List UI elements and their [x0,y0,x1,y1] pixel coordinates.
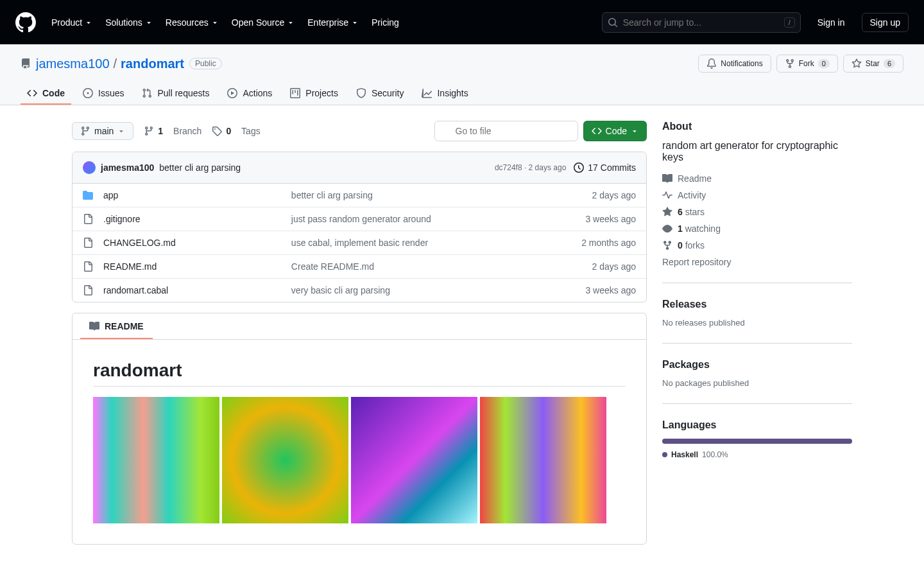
language-dot [662,452,667,457]
sidebar-watchers-link[interactable]: 1 watching [662,223,852,234]
branch-icon [80,126,90,136]
file-commit-message[interactable]: very basic cli arg parsing [291,285,526,295]
avatar[interactable] [83,161,96,174]
commit-author[interactable]: jamesma100 [101,162,154,173]
about-title: About [662,121,852,132]
sidebar-activity-link[interactable]: Activity [662,190,852,200]
svg-rect-0 [93,397,219,523]
sidebar-readme-link[interactable]: Readme [662,173,852,184]
goto-file-input[interactable] [434,121,578,141]
tab-security[interactable]: Security [350,83,411,105]
book-icon [662,173,672,184]
signup-button[interactable]: Sign up [862,13,909,32]
tag-icon [212,126,222,136]
code-icon [27,88,37,98]
repo-name-link[interactable]: randomart [121,57,184,71]
star-icon [851,58,862,69]
tab-issues[interactable]: Issues [76,83,130,105]
repo-nav: Code Issues Pull requests Actions Projec… [21,83,903,105]
tab-insights[interactable]: Insights [415,83,474,105]
commits-count-link[interactable]: 17 Commits [574,162,636,173]
file-list-box: jamesma100 better cli arg parsing dc724f… [72,152,647,302]
repo-sidebar: About random art generator for cryptogra… [662,121,852,545]
eye-icon [662,223,672,234]
search-shortcut-key: / [784,17,795,28]
search-input[interactable] [623,17,779,28]
file-name[interactable]: app [103,190,284,200]
file-row: README.mdCreate README.md2 days ago [73,255,646,279]
chevron-down-icon [117,127,125,135]
github-logo[interactable] [15,12,36,33]
file-name[interactable]: CHANGELOG.md [103,238,284,248]
packages-empty: No packages published [662,378,852,388]
issue-icon [83,88,93,98]
pulse-icon [662,190,672,200]
svg-rect-3 [480,397,606,523]
tab-pulls[interactable]: Pull requests [135,83,216,105]
shield-icon [356,88,366,98]
global-search[interactable]: / [602,12,801,33]
file-name[interactable]: randomart.cabal [103,285,284,295]
file-commit-time: 3 weeks ago [533,214,636,224]
commit-sha[interactable]: dc724f8 · 2 days ago [495,163,566,172]
language-bar [662,439,852,444]
code-icon [592,126,602,136]
repo-title: jamesma100 / randomart [36,57,184,71]
file-icon [83,261,96,272]
file-row: randomart.cabalvery basic cli arg parsin… [73,279,646,302]
branch-icon [144,126,154,136]
nav-pricing[interactable]: Pricing [366,13,404,31]
readme-box: README randomart [72,313,647,545]
art-image-3 [351,397,477,523]
code-download-button[interactable]: Code [583,121,647,141]
fork-count: 0 [818,59,830,68]
nav-product[interactable]: Product [46,13,98,31]
report-repo-link[interactable]: Report repository [662,257,852,267]
bell-icon [706,58,717,69]
fork-icon [785,58,795,69]
file-commit-time: 2 months ago [533,238,636,248]
notifications-button[interactable]: Notifications [698,55,771,73]
fork-button[interactable]: Fork 0 [776,55,838,73]
releases-empty: No releases published [662,318,852,328]
search-icon [608,17,618,28]
play-icon [227,88,237,98]
commit-message[interactable]: better cli arg parsing [159,162,241,173]
file-icon [83,285,96,295]
file-commit-message[interactable]: use cabal, implement basic render [291,238,526,248]
nav-enterprise[interactable]: Enterprise [302,13,364,31]
file-commit-message[interactable]: Create README.md [291,261,526,272]
latest-commit-bar: jamesma100 better cli arg parsing dc724f… [73,152,646,184]
file-commit-message[interactable]: just pass random generator around [291,214,526,224]
languages-title: Languages [662,419,852,431]
star-button[interactable]: Star 6 [843,55,903,73]
file-icon [83,238,96,248]
chevron-down-icon [85,19,92,26]
signin-link[interactable]: Sign in [811,13,851,31]
repo-icon [21,58,31,69]
language-item[interactable]: Haskell 100.0% [662,450,852,459]
packages-title: Packages [662,359,852,371]
svg-rect-2 [351,397,477,523]
tab-actions[interactable]: Actions [221,83,278,105]
file-name[interactable]: README.md [103,261,284,272]
sidebar-stars-link[interactable]: 6 stars [662,207,852,217]
branches-link[interactable]: 1 Branch [144,126,201,136]
repo-owner-link[interactable]: jamesma100 [36,57,110,71]
branch-picker[interactable]: main [72,122,133,140]
fork-icon [662,240,672,250]
releases-title: Releases [662,299,852,310]
sidebar-forks-link[interactable]: 0 forks [662,240,852,250]
tab-projects[interactable]: Projects [284,83,345,105]
file-name[interactable]: .gitignore [103,214,284,224]
file-commit-message[interactable]: better cli arg parsing [291,190,526,200]
tab-code[interactable]: Code [21,83,71,105]
nav-solutions[interactable]: Solutions [100,13,158,31]
tags-link[interactable]: 0 Tags [212,126,260,136]
project-icon [290,88,300,98]
pull-request-icon [142,88,152,98]
graph-icon [422,88,432,98]
nav-resources[interactable]: Resources [160,13,224,31]
nav-opensource[interactable]: Open Source [227,13,300,31]
readme-tab[interactable]: README [80,313,153,339]
